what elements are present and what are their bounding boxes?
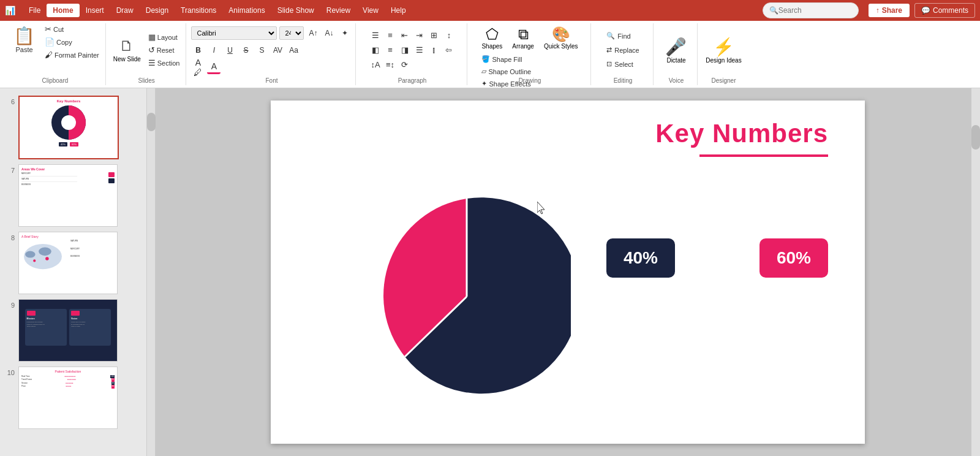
increase-font-button[interactable]: A↑ (306, 26, 320, 40)
select-button[interactable]: ⊡ Select (603, 58, 637, 70)
slide-thumb-7: Areas We Cover MERCURY SATURN BUSINESS (18, 164, 118, 227)
slide-panel-scrollbar[interactable] (147, 88, 156, 456)
find-button[interactable]: 🔍 Find (603, 30, 634, 42)
slide-number-9: 9 (5, 299, 15, 309)
replace-icon: ⇄ (606, 46, 612, 54)
menu-review[interactable]: Review (320, 4, 356, 17)
para-align-row: ◧ ≡ ◨ ☰ ⫿ ⇦ (369, 44, 456, 57)
font-color-button[interactable]: A (207, 61, 221, 74)
cut-button[interactable]: ✂ Cut (42, 23, 102, 35)
menu-slideshow[interactable]: Slide Show (271, 4, 320, 17)
search-input[interactable] (778, 6, 852, 15)
font-size-select[interactable]: 24 (279, 26, 304, 40)
thumb-6-badges: 40% 60% (22, 142, 115, 146)
canvas-scroll-thumb[interactable] (971, 125, 980, 150)
decrease-indent-button[interactable]: ⇤ (398, 29, 412, 42)
bullet-list-button[interactable]: ☰ (369, 29, 382, 42)
menu-view[interactable]: View (356, 4, 385, 17)
quick-styles-icon: 🎨 (552, 26, 570, 43)
design-ideas-button[interactable]: ⚡ Design Ideas (703, 34, 744, 66)
justify-button[interactable]: ☰ (413, 44, 426, 57)
align-left-button[interactable]: ◧ (369, 44, 382, 57)
menu-draw[interactable]: Draw (110, 4, 140, 17)
thumb-10-title: Patient Satisfaction (21, 370, 115, 373)
bold-button[interactable]: B (191, 44, 205, 57)
share-button[interactable]: ↑ Share (869, 4, 910, 17)
menu-home[interactable]: Home (47, 4, 79, 17)
add-col-button[interactable]: ⊞ (428, 29, 441, 42)
slide-item-10[interactable]: 10 Patient Satisfaction Real Time ●●●●●●… (0, 364, 146, 431)
copy-button[interactable]: 📄 Copy (42, 36, 102, 48)
convert-to-smartart-button[interactable]: ⟳ (398, 58, 412, 72)
thumb-7-content: MERCURY SATURN BUSINESS (21, 172, 115, 186)
thumb-6-title: Key Numbers (22, 99, 115, 103)
share-icon: ↑ (876, 6, 880, 15)
para-list-row: ☰ ≡ ⇤ ⇥ ⊞ ↕ (369, 29, 456, 42)
text-direction-button[interactable]: ↕A (369, 58, 382, 72)
section-button[interactable]: ☰ Section (146, 57, 183, 69)
dictate-button[interactable]: 🎤 Dictate (663, 34, 689, 66)
new-slide-button[interactable]: 🗋 New Slide (111, 35, 143, 65)
designer-group: ⚡ Design Ideas Designer (699, 23, 748, 85)
highlight-button[interactable]: A🖊 (191, 61, 205, 74)
increase-indent-button[interactable]: ⇥ (413, 29, 426, 42)
menu-insert[interactable]: Insert (80, 4, 110, 17)
menu-bar: 📊 File Home Insert Draw Design Transitio… (0, 0, 980, 21)
scrollbar-thumb[interactable] (147, 113, 156, 131)
replace-button[interactable]: ⇄ Replace (603, 44, 643, 56)
menu-design[interactable]: Design (140, 4, 175, 17)
rtl-button[interactable]: ⇦ (442, 44, 456, 57)
slide-canvas[interactable]: Key Numbers 40% 60% (271, 101, 865, 444)
arrange-icon: ⧉ (518, 26, 529, 43)
layout-button[interactable]: ▦ Layout (146, 31, 183, 43)
menu-animations[interactable]: Animations (222, 4, 271, 17)
menu-transitions[interactable]: Transitions (175, 4, 222, 17)
slide-item-9[interactable]: 9 Mission Instructions the shaded option… (0, 297, 146, 364)
reset-button[interactable]: ↺ Reset (146, 44, 183, 56)
arrange-button[interactable]: ⧉ Arrange (510, 23, 537, 52)
align-text-button[interactable]: ≡↕ (383, 58, 397, 72)
thumb-8-title: A Brief Story (21, 235, 115, 238)
decrease-font-button[interactable]: A↓ (322, 26, 336, 40)
format-painter-button[interactable]: 🖌 Format Painter (42, 49, 102, 61)
shape-outline-button[interactable]: ▱ Shape Outline (479, 66, 533, 77)
app-icon: 📊 (5, 6, 15, 15)
strikethrough-button[interactable]: S (239, 44, 252, 57)
font-family-select[interactable]: Calibri (191, 26, 277, 40)
align-center-button[interactable]: ≡ (383, 44, 397, 57)
line-spacing-button[interactable]: ↕ (442, 29, 456, 42)
comments-button[interactable]: 💬 Comments (914, 3, 975, 18)
search-area: 🔍 (763, 2, 859, 18)
italic-button[interactable]: I (207, 44, 221, 57)
paste-button[interactable]: 📋 Paste (9, 23, 40, 56)
case-button[interactable]: Aa (287, 44, 300, 57)
underline-button[interactable]: U (223, 44, 236, 57)
slide-item-8[interactable]: 8 A Brief Story (0, 229, 146, 297)
menu-help[interactable]: Help (385, 4, 412, 17)
drawing-label: Drawing (469, 77, 590, 84)
menu-file[interactable]: File (23, 4, 47, 17)
clear-format-button[interactable]: ✦ (338, 26, 352, 40)
quick-styles-button[interactable]: 🎨 Quick Styles (541, 23, 581, 52)
shadow-button[interactable]: S (255, 44, 268, 57)
canvas-scrollbar[interactable] (971, 88, 980, 456)
slide-item-6[interactable]: 6 Key Numbers 40% 60% (0, 93, 146, 162)
slide-title: Key Numbers (655, 119, 828, 148)
align-right-button[interactable]: ◨ (398, 44, 412, 57)
shapes-button[interactable]: ⬠ Shapes (479, 23, 505, 52)
numbered-list-button[interactable]: ≡ (383, 29, 397, 42)
editing-label: Editing (592, 77, 653, 84)
char-spacing-button[interactable]: AV (271, 44, 284, 57)
comments-icon: 💬 (921, 6, 930, 15)
layout-icon: ▦ (148, 32, 156, 42)
top-right-actions: 🔍 ↑ Share 💬 Comments (758, 2, 975, 18)
shape-outline-row: ▱ Shape Outline (479, 66, 533, 77)
shape-fill-icon: 🪣 (481, 55, 490, 63)
col-separator-button[interactable]: ⫿ (428, 44, 441, 57)
pie-chart[interactable] (363, 192, 571, 403)
badge-40: 40% (606, 238, 675, 278)
shape-fill-button[interactable]: 🪣 Shape Fill (479, 54, 524, 64)
slide-number-8: 8 (5, 232, 15, 241)
thumb-8-content: SATURN MERCURY BUSINESS (21, 240, 115, 276)
slide-item-7[interactable]: 7 Areas We Cover MERCURY SATURN BUSINESS (0, 162, 146, 229)
